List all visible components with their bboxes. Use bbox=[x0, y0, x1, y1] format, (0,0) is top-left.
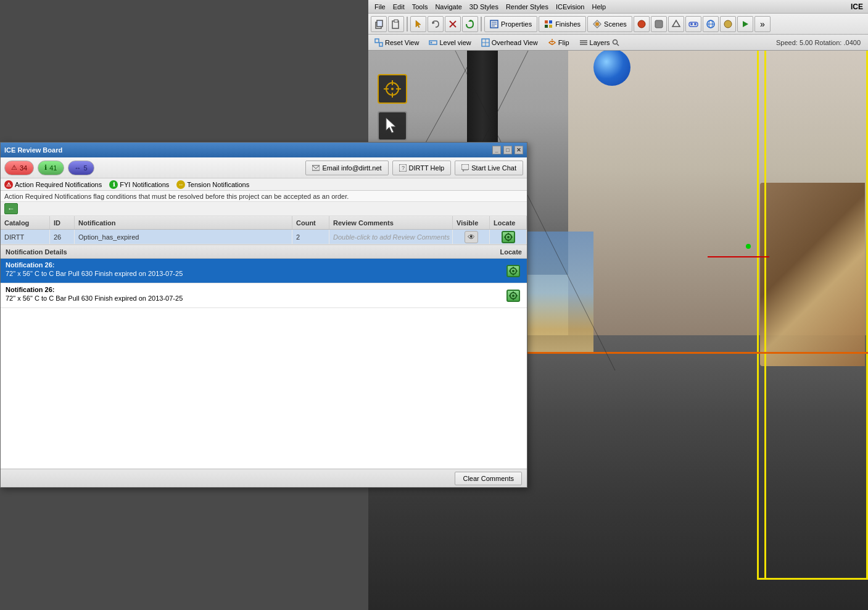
col-notification: Notification bbox=[75, 216, 292, 229]
svg-point-32 bbox=[694, 23, 696, 25]
svg-rect-28 bbox=[655, 20, 663, 28]
scene-red-line bbox=[708, 256, 769, 257]
svg-point-27 bbox=[638, 20, 645, 28]
menu-3dstyles[interactable]: 3D Styles bbox=[466, 2, 502, 12]
icon-btn-3[interactable] bbox=[668, 16, 684, 32]
table-row[interactable]: DIRTT 26 Option_has_expired 2 Double-cli… bbox=[1, 230, 527, 244]
help-label: DIRTT Help bbox=[409, 164, 445, 172]
menu-navigate[interactable]: Navigate bbox=[431, 2, 465, 12]
email-icon bbox=[312, 164, 320, 172]
svg-rect-47 bbox=[580, 40, 587, 41]
fyi-count-button[interactable]: ℹ 41 bbox=[38, 161, 64, 175]
review-board-dialog: ICE Review Board _ □ ✕ ⚠ 34 ℹ 41 ↔ 5 Ema… bbox=[0, 142, 527, 488]
live-chat-button[interactable]: Start Live Chat bbox=[455, 161, 523, 175]
toolbar-sep-1 bbox=[407, 17, 408, 31]
close-button[interactable] bbox=[445, 16, 461, 32]
menu-tools[interactable]: Tools bbox=[408, 2, 432, 12]
scenes-label: Scenes bbox=[604, 20, 627, 28]
menu-icevision[interactable]: ICEvision bbox=[552, 2, 588, 12]
dialog-maximize-button[interactable]: □ bbox=[503, 146, 512, 154]
notification-type-filters: ⚠ Action Required Notifications ℹ FYI No… bbox=[1, 178, 527, 191]
more-button[interactable]: » bbox=[754, 16, 771, 32]
overhead-view-button[interactable]: Overhead View bbox=[477, 36, 542, 49]
notif-row-1-title: Notification 26: bbox=[6, 261, 495, 269]
email-button[interactable]: Email info@dirtt.net bbox=[305, 161, 388, 175]
reset-view-button[interactable]: Reset View bbox=[371, 36, 423, 49]
scenes-button[interactable]: Scenes bbox=[587, 16, 632, 32]
finishes-button[interactable]: Finishes bbox=[539, 16, 586, 32]
fyi-filter[interactable]: ℹ FYI Notifications bbox=[109, 180, 169, 189]
notif-row-1-locate[interactable] bbox=[500, 259, 527, 283]
back-button[interactable]: ← bbox=[4, 203, 18, 214]
clear-comments-button[interactable]: Clear Comments bbox=[455, 472, 522, 485]
play-button[interactable] bbox=[737, 16, 753, 32]
finishes-label: Finishes bbox=[555, 20, 581, 28]
tension-icon: ↔ bbox=[75, 164, 81, 172]
visible-toggle[interactable]: 👁 bbox=[465, 231, 478, 243]
help-button[interactable]: ? DIRTT Help bbox=[392, 161, 452, 175]
level-view-label: Level view bbox=[439, 39, 471, 46]
col-review-comments: Review Comments bbox=[329, 216, 453, 229]
svg-rect-55 bbox=[461, 164, 469, 170]
level-view-button[interactable]: Level view bbox=[425, 36, 474, 49]
cursor-button[interactable] bbox=[410, 16, 426, 32]
dialog-title-controls: _ □ ✕ bbox=[492, 146, 523, 154]
scene-yellow-vert bbox=[764, 30, 766, 579]
notif-row-2[interactable]: Notification 26: 72" x 56" C to C Bar Pu… bbox=[1, 283, 527, 308]
cell-locate[interactable] bbox=[490, 230, 527, 244]
menu-help[interactable]: Help bbox=[588, 2, 610, 12]
icon-btn-globe[interactable] bbox=[703, 16, 719, 32]
notif-locate-btn-2[interactable] bbox=[506, 290, 520, 302]
cell-review-comments[interactable]: Double-click to add Review Comments bbox=[329, 230, 453, 244]
icon-btn-sphere[interactable] bbox=[720, 16, 736, 32]
flip-button[interactable]: Flip bbox=[544, 36, 573, 49]
notif-details-header: Notification Details Locate bbox=[1, 245, 527, 259]
col-id: ID bbox=[50, 216, 75, 229]
action-required-count-button[interactable]: ⚠ 34 bbox=[4, 161, 34, 175]
fyi-filter-icon: ℹ bbox=[109, 180, 118, 189]
locate-button[interactable] bbox=[502, 231, 515, 243]
menu-renderstyles[interactable]: Render Styles bbox=[502, 2, 552, 12]
paste-button[interactable] bbox=[388, 16, 404, 32]
notif-locate-btn-1[interactable] bbox=[506, 265, 520, 277]
copy-button[interactable] bbox=[371, 16, 387, 32]
live-chat-label: Start Live Chat bbox=[471, 164, 516, 172]
refresh-button[interactable] bbox=[462, 16, 478, 32]
col-visible: Visible bbox=[453, 216, 490, 229]
reset-view-label: Reset View bbox=[385, 39, 419, 46]
icon-btn-1[interactable] bbox=[634, 16, 650, 32]
svg-point-64 bbox=[512, 270, 515, 272]
action-required-filter[interactable]: ⚠ Action Required Notifications bbox=[4, 180, 102, 189]
svg-rect-49 bbox=[580, 44, 587, 45]
layers-button[interactable]: Layers bbox=[576, 36, 623, 49]
properties-button[interactable]: Properties bbox=[484, 16, 537, 32]
svg-rect-22 bbox=[549, 20, 552, 23]
undo-button[interactable] bbox=[428, 16, 444, 32]
svg-point-50 bbox=[613, 40, 617, 44]
icon-btn-2[interactable] bbox=[651, 16, 667, 32]
action-count: 34 bbox=[20, 164, 27, 172]
icon-btn-vr[interactable] bbox=[685, 16, 701, 32]
action-required-icon: ⚠ bbox=[4, 180, 13, 189]
col-locate: Locate bbox=[490, 216, 527, 229]
notification-details: Notification Details Locate Notification… bbox=[1, 245, 527, 469]
email-label: Email info@dirtt.net bbox=[322, 164, 381, 172]
svg-rect-23 bbox=[545, 25, 548, 28]
crosshair-tool-icon[interactable] bbox=[378, 74, 407, 104]
tension-count-button[interactable]: ↔ 5 bbox=[68, 161, 94, 175]
svg-marker-13 bbox=[432, 22, 435, 24]
menu-edit[interactable]: Edit bbox=[389, 2, 408, 12]
tension-filter[interactable]: ↔ Tension Notifications bbox=[176, 180, 249, 189]
svg-rect-39 bbox=[375, 39, 379, 43]
notif-details-title: Notification Details bbox=[6, 248, 67, 256]
notification-rows: Notification 26: 72" x 56" C to C Bar Pu… bbox=[1, 259, 527, 469]
dialog-close-button[interactable]: ✕ bbox=[515, 146, 523, 154]
notif-row-2-locate[interactable] bbox=[500, 283, 527, 307]
dialog-minimize-button[interactable]: _ bbox=[492, 146, 501, 154]
cell-visible[interactable]: 👁 bbox=[453, 230, 490, 244]
svg-point-31 bbox=[690, 23, 693, 25]
notif-row-1[interactable]: Notification 26: 72" x 56" C to C Bar Pu… bbox=[1, 259, 527, 283]
menu-bar: File Edit Tools Navigate 3D Styles Rende… bbox=[368, 0, 868, 14]
menu-file[interactable]: File bbox=[371, 2, 389, 12]
cursor-tool-icon[interactable] bbox=[378, 111, 407, 141]
